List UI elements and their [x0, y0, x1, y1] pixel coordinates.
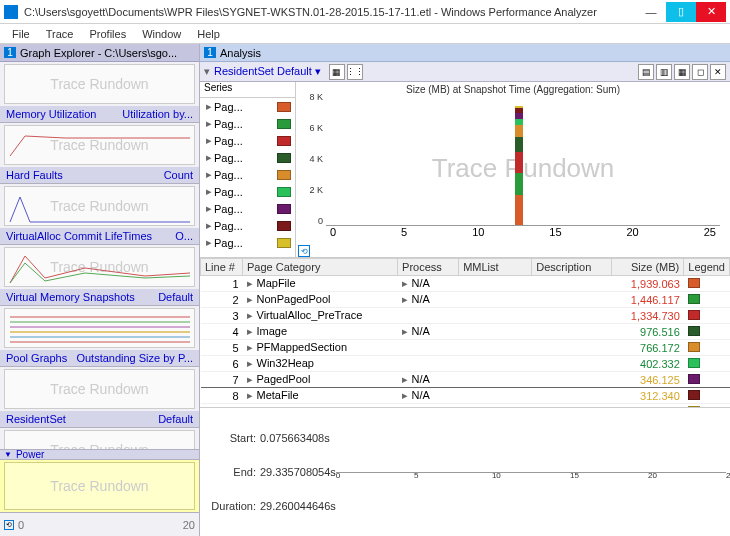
table-row[interactable]: 7 ▸PagedPool ▸N/A 346.125: [201, 372, 730, 388]
expand-icon[interactable]: ▸: [204, 202, 214, 215]
table-row[interactable]: 1 ▸MapFile ▸N/A 1,939.063: [201, 276, 730, 292]
series-item[interactable]: ▸Pag...: [200, 149, 295, 166]
menu-file[interactable]: File: [4, 28, 38, 40]
table-area[interactable]: Line #Page CategoryProcessMMListDescript…: [200, 258, 730, 407]
graph-thumbnail[interactable]: Trace Rundown: [4, 64, 195, 104]
series-item[interactable]: ▸Pag...: [200, 132, 295, 149]
expand-icon[interactable]: ▸: [402, 293, 412, 306]
footer-ruler: 0510152025: [336, 472, 726, 476]
cell-legend: [684, 292, 730, 308]
expand-icon[interactable]: ▸: [204, 185, 214, 198]
graph-thumbnail[interactable]: Trace Rundown: [4, 247, 195, 287]
column-header[interactable]: Legend: [684, 259, 730, 276]
expand-icon[interactable]: ▸: [247, 357, 257, 370]
breadcrumb[interactable]: ResidentSet Default ▾: [214, 65, 321, 78]
cell-mmlist: [459, 356, 532, 372]
section-header[interactable]: ResidentSetDefault: [0, 411, 199, 428]
minimize-button[interactable]: —: [636, 2, 666, 22]
expand-icon[interactable]: ▸: [247, 341, 257, 354]
chevron-down-icon[interactable]: ▾: [204, 65, 210, 78]
column-header[interactable]: MMList: [459, 259, 532, 276]
series-item[interactable]: ▸Pag...: [200, 183, 295, 200]
series-item[interactable]: ▸Pag...: [200, 217, 295, 234]
reset-zoom-icon[interactable]: ⟲: [298, 245, 310, 257]
menu-help[interactable]: Help: [189, 28, 228, 40]
toolbar-icon-1[interactable]: ▦: [329, 64, 345, 80]
series-name: Pag...: [214, 118, 277, 130]
section-header[interactable]: Virtual Memory SnapshotsDefault: [0, 289, 199, 306]
graph-thumbnail[interactable]: Trace Rundown: [4, 125, 195, 165]
menu-window[interactable]: Window: [134, 28, 189, 40]
expand-icon[interactable]: ▸: [247, 277, 257, 290]
cell-line: 6: [201, 356, 243, 372]
section-header[interactable]: Hard FaultsCount: [0, 167, 199, 184]
table-row[interactable]: 2 ▸NonPagedPool ▸N/A 1,446.117: [201, 292, 730, 308]
series-swatch: [277, 136, 291, 146]
series-name: Pag...: [214, 186, 277, 198]
series-item[interactable]: ▸Pag...: [200, 200, 295, 217]
series-name: Pag...: [214, 203, 277, 215]
maximize-button[interactable]: ▯: [666, 2, 696, 22]
section-header[interactable]: VirtualAlloc Commit LifeTimesO...: [0, 228, 199, 245]
graph-thumbnail[interactable]: Trace Rundown: [4, 430, 195, 449]
power-watermark: Trace Rundown: [50, 478, 148, 494]
cell-process: ▸N/A: [398, 276, 459, 292]
expand-icon[interactable]: ▸: [204, 236, 214, 249]
column-header[interactable]: Process: [398, 259, 459, 276]
menu-trace[interactable]: Trace: [38, 28, 82, 40]
expand-icon[interactable]: ▸: [247, 389, 257, 402]
plot-area[interactable]: Size (MB) at Snapshot Time (Aggregation:…: [296, 82, 730, 257]
expand-icon[interactable]: ▸: [204, 100, 214, 113]
expand-icon[interactable]: ▸: [247, 293, 257, 306]
expand-icon[interactable]: ▸: [204, 151, 214, 164]
footer-tick: 15: [570, 471, 579, 480]
column-header[interactable]: Description: [532, 259, 612, 276]
close-button[interactable]: ✕: [696, 2, 726, 22]
menu-profiles[interactable]: Profiles: [81, 28, 134, 40]
cell-size: 1,446.117: [612, 292, 684, 308]
table-row[interactable]: 3 ▸VirtualAlloc_PreTrace 1,334.730: [201, 308, 730, 324]
cell-category: ▸PFMappedSection: [243, 340, 398, 356]
column-header[interactable]: Page Category: [243, 259, 398, 276]
view-table-only-icon[interactable]: ▦: [674, 64, 690, 80]
graph-thumbnail[interactable]: Trace Rundown: [4, 369, 195, 409]
expand-icon[interactable]: ▸: [402, 373, 412, 386]
close-pane-icon[interactable]: ✕: [710, 64, 726, 80]
section-name: Pool Graphs: [6, 352, 67, 364]
expand-icon[interactable]: ▸: [247, 309, 257, 322]
series-item[interactable]: ▸Pag...: [200, 234, 295, 251]
expand-icon[interactable]: ▸: [204, 219, 214, 232]
table-row[interactable]: 8 ▸MetaFile ▸N/A 312.340: [201, 388, 730, 404]
expand-icon[interactable]: ▸: [402, 325, 412, 338]
table-row[interactable]: 4 ▸Image ▸N/A 976.516: [201, 324, 730, 340]
graph-thumbnail[interactable]: Trace Rundown: [4, 186, 195, 226]
section-header[interactable]: Memory UtilizationUtilization by...: [0, 106, 199, 123]
data-table: Line #Page CategoryProcessMMListDescript…: [200, 258, 730, 407]
app-icon: [4, 5, 18, 19]
expand-icon[interactable]: ▸: [204, 117, 214, 130]
expand-icon[interactable]: ▸: [247, 373, 257, 386]
expand-icon[interactable]: ▸: [247, 325, 257, 338]
table-row[interactable]: 6 ▸Win32Heap 402.332: [201, 356, 730, 372]
series-item[interactable]: ▸Pag...: [200, 98, 295, 115]
expand-icon[interactable]: ▸: [204, 134, 214, 147]
expander-power[interactable]: ▼ Power: [0, 449, 199, 459]
table-row[interactable]: 5 ▸PFMappedSection 766.172: [201, 340, 730, 356]
expand-icon[interactable]: ▸: [402, 389, 412, 402]
section-header[interactable]: Pool GraphsOutstanding Size by P...: [0, 350, 199, 367]
series-item[interactable]: ▸Pag...: [200, 166, 295, 183]
view-split-icon[interactable]: ▥: [656, 64, 672, 80]
reset-zoom-icon[interactable]: ⟲: [4, 520, 14, 530]
maximize-pane-icon[interactable]: ◻: [692, 64, 708, 80]
expand-icon[interactable]: ▸: [204, 168, 214, 181]
column-header[interactable]: Size (MB): [612, 259, 684, 276]
y-tick-label: 6 K: [298, 123, 326, 133]
toolbar-icon-2[interactable]: ⋮⋮: [347, 64, 363, 80]
expand-icon[interactable]: ▸: [402, 277, 412, 290]
column-header[interactable]: Line #: [201, 259, 243, 276]
view-chart-only-icon[interactable]: ▤: [638, 64, 654, 80]
series-item[interactable]: ▸Pag...: [200, 115, 295, 132]
power-thumbnail[interactable]: Trace Rundown: [4, 462, 195, 510]
series-column: Series ▸Pag...▸Pag...▸Pag...▸Pag...▸Pag.…: [200, 82, 296, 257]
graph-thumbnail[interactable]: [4, 308, 195, 348]
